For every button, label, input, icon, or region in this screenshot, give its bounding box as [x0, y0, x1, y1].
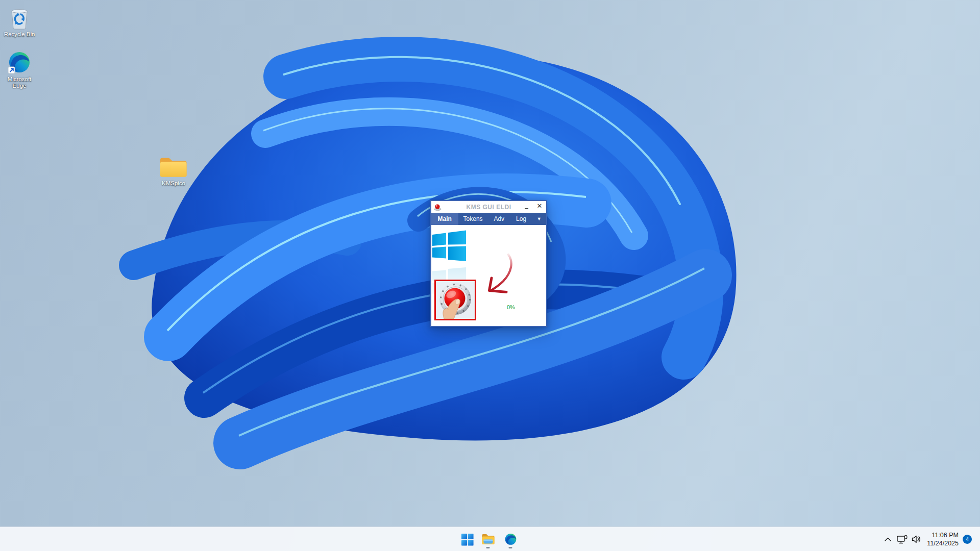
tab-adv[interactable]: Adv	[488, 213, 510, 225]
notification-count-badge[interactable]: 4	[963, 535, 972, 544]
running-indicator	[486, 547, 490, 548]
window-body: 0%	[431, 225, 546, 326]
window-titlebar[interactable]: KMS GUI ELDI – ✕	[431, 201, 546, 213]
kms-gui-eldi-window: KMS GUI ELDI – ✕ Main Tokens Adv Log ▼	[430, 200, 547, 327]
desktop-icon-microsoft-edge[interactable]: Microsoft Edge	[0, 51, 39, 89]
progress-percentage: 0%	[507, 304, 515, 310]
tab-log[interactable]: Log	[510, 213, 532, 225]
chevron-up-icon	[885, 537, 891, 541]
edge-icon	[504, 533, 517, 546]
file-explorer-button[interactable]	[478, 529, 498, 549]
edge-taskbar-button[interactable]	[500, 529, 521, 549]
edge-icon	[8, 51, 31, 74]
speaker-icon	[912, 535, 921, 543]
tray-date: 11/24/2025	[922, 539, 959, 547]
activate-button[interactable]	[434, 280, 476, 320]
clock[interactable]: 11:06 PM 11/24/2025	[922, 531, 959, 547]
start-button[interactable]	[457, 529, 477, 549]
network-icon	[897, 535, 908, 544]
windows-start-icon	[461, 533, 474, 546]
show-hidden-icons-button[interactable]	[881, 532, 894, 547]
file-explorer-icon	[481, 533, 495, 545]
desktop-icon-label: Recycle Bin	[4, 31, 35, 38]
network-tray-button[interactable]	[895, 532, 910, 547]
folder-icon	[159, 155, 188, 179]
tab-tokens[interactable]: Tokens	[458, 213, 488, 225]
desktop-icon-label: KMSpico	[162, 180, 185, 187]
desktop-icon-recycle-bin[interactable]: Recycle Bin	[0, 6, 39, 38]
red-button-icon	[434, 204, 442, 211]
desktop-icon-label: Microsoft Edge	[0, 76, 39, 89]
chevron-down-icon[interactable]: ▼	[532, 213, 546, 225]
close-button[interactable]: ✕	[533, 200, 546, 212]
taskbar: 11:06 PM 11/24/2025 4	[0, 527, 980, 551]
recycle-bin-icon	[9, 6, 30, 30]
volume-tray-button[interactable]	[910, 532, 923, 547]
tray-time: 11:06 PM	[922, 531, 959, 539]
tab-main[interactable]: Main	[431, 213, 458, 225]
running-indicator	[509, 547, 512, 548]
minimize-button[interactable]: –	[520, 200, 533, 214]
window-tabbar: Main Tokens Adv Log ▼	[431, 213, 546, 225]
desktop-icon-kmspico[interactable]: KMSpico	[154, 155, 193, 187]
red-push-button-icon	[436, 281, 475, 319]
